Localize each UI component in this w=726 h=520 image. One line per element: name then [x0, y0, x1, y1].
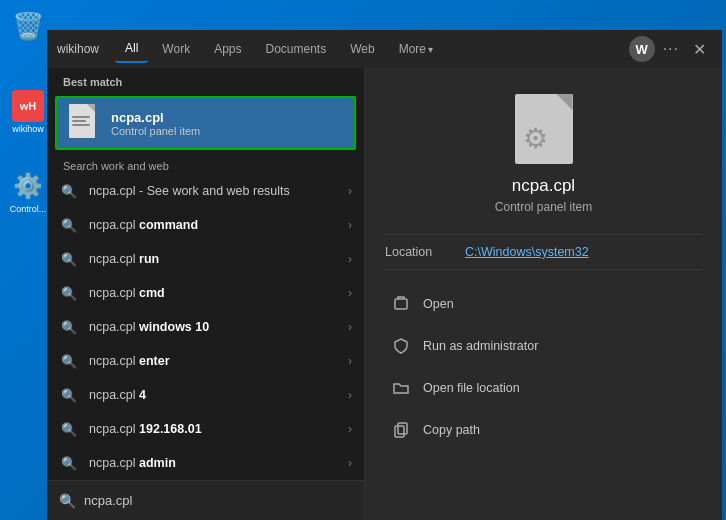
- tab-all[interactable]: All: [115, 35, 148, 63]
- left-panel: Best match ncpa.cpl: [47, 68, 365, 520]
- svg-rect-0: [395, 299, 407, 309]
- chevron-right-icon: ›: [348, 422, 352, 436]
- tab-documents[interactable]: Documents: [256, 36, 337, 62]
- suggestion-text: ncpa.cpl 4: [89, 388, 348, 402]
- best-match-name: ncpa.cpl: [111, 110, 200, 125]
- location-row: Location C:\Windows\system32: [385, 234, 702, 270]
- nav-actions: W ··· ✕: [629, 36, 712, 62]
- detail-type: Control panel item: [495, 200, 592, 214]
- desktop-icon-recycle[interactable]: 🗑️: [4, 10, 52, 44]
- list-item[interactable]: 🔍 ncpa.cpl command ›: [47, 208, 364, 242]
- suggestion-text: ncpa.cpl - See work and web results: [89, 184, 348, 198]
- more-options-button[interactable]: ···: [663, 40, 679, 58]
- list-item[interactable]: 🔍 ncpa.cpl enter ›: [47, 344, 364, 378]
- list-item[interactable]: 🔍 ncpa.cpl admin ›: [47, 446, 364, 480]
- copy-icon: [389, 418, 413, 442]
- close-button[interactable]: ✕: [687, 38, 712, 61]
- svg-rect-1: [398, 423, 407, 434]
- suggestion-text: ncpa.cpl command: [89, 218, 348, 232]
- search-icon: 🔍: [59, 419, 79, 439]
- shield-icon: [389, 334, 413, 358]
- best-match-info: ncpa.cpl Control panel item: [111, 110, 200, 137]
- search-bar-icon: 🔍: [59, 493, 76, 509]
- list-item[interactable]: 🔍 ncpa.cpl 4 ›: [47, 378, 364, 412]
- folder-icon: [389, 376, 413, 400]
- tab-more[interactable]: More▾: [389, 36, 443, 62]
- desktop-icon-control-panel[interactable]: ⚙️ Control...: [4, 170, 52, 214]
- chevron-right-icon: ›: [348, 286, 352, 300]
- search-icon: 🔍: [59, 453, 79, 473]
- open-icon: [389, 292, 413, 316]
- suggestion-text: ncpa.cpl enter: [89, 354, 348, 368]
- search-section-label: Search work and web: [47, 154, 364, 174]
- list-item[interactable]: 🔍 ncpa.cpl cmd ›: [47, 276, 364, 310]
- user-avatar-button[interactable]: W: [629, 36, 655, 62]
- nav-title: wikihow: [57, 42, 99, 56]
- chevron-right-icon: ›: [348, 354, 352, 368]
- action-copy-path-label: Copy path: [423, 423, 480, 437]
- chevron-right-icon: ›: [348, 218, 352, 232]
- search-icon: 🔍: [59, 181, 79, 201]
- desktop: 🗑️ wH wikihow ⚙️ Control... wikihow All …: [0, 0, 726, 520]
- search-icon: 🔍: [59, 249, 79, 269]
- list-item[interactable]: 🔍 ncpa.cpl windows 10 ›: [47, 310, 364, 344]
- action-open[interactable]: Open: [385, 284, 702, 324]
- best-match-item[interactable]: ncpa.cpl Control panel item: [55, 96, 356, 150]
- tab-work[interactable]: Work: [152, 36, 200, 62]
- chevron-right-icon: ›: [348, 388, 352, 402]
- tab-apps[interactable]: Apps: [204, 36, 251, 62]
- action-run-as-admin[interactable]: Run as administrator: [385, 326, 702, 366]
- list-item[interactable]: 🔍 ncpa.cpl - See work and web results ›: [47, 174, 364, 208]
- chevron-right-icon: ›: [348, 320, 352, 334]
- suggestion-text: ncpa.cpl windows 10: [89, 320, 348, 334]
- location-link[interactable]: C:\Windows\system32: [465, 245, 589, 259]
- search-bar: 🔍: [47, 480, 364, 520]
- action-open-file-location-label: Open file location: [423, 381, 520, 395]
- main-content: Best match ncpa.cpl: [47, 68, 722, 520]
- suggestion-text: ncpa.cpl admin: [89, 456, 348, 470]
- nav-bar: wikihow All Work Apps Documents Web More…: [47, 30, 722, 68]
- search-icon: 🔍: [59, 385, 79, 405]
- best-match-label: Best match: [47, 68, 364, 92]
- right-panel: ⚙ ncpa.cpl Control panel item Location C…: [365, 68, 722, 520]
- list-item[interactable]: 🔍 ncpa.cpl run ›: [47, 242, 364, 276]
- action-copy-path[interactable]: Copy path: [385, 410, 702, 450]
- search-icon: 🔍: [59, 215, 79, 235]
- search-input[interactable]: [84, 493, 352, 508]
- suggestion-text: ncpa.cpl run: [89, 252, 348, 266]
- suggestion-text: ncpa.cpl cmd: [89, 286, 348, 300]
- chevron-right-icon: ›: [348, 456, 352, 470]
- location-label: Location: [385, 245, 465, 259]
- action-list: Open Run as administrator Open file loca…: [385, 284, 702, 450]
- search-icon: 🔍: [59, 317, 79, 337]
- suggestion-text: ncpa.cpl 192.168.01: [89, 422, 348, 436]
- svg-rect-2: [395, 426, 404, 437]
- desktop-icon-wikihow[interactable]: wH wikihow: [4, 90, 52, 134]
- search-icon: 🔍: [59, 283, 79, 303]
- detail-file-icon: ⚙: [508, 92, 580, 164]
- search-icon: 🔍: [59, 351, 79, 371]
- action-open-label: Open: [423, 297, 454, 311]
- start-menu: wikihow All Work Apps Documents Web More…: [47, 30, 722, 520]
- action-run-as-admin-label: Run as administrator: [423, 339, 538, 353]
- action-open-file-location[interactable]: Open file location: [385, 368, 702, 408]
- file-icon: [69, 104, 101, 142]
- tab-web[interactable]: Web: [340, 36, 384, 62]
- chevron-right-icon: ›: [348, 252, 352, 266]
- best-match-type: Control panel item: [111, 125, 200, 137]
- detail-name: ncpa.cpl: [512, 176, 575, 196]
- chevron-right-icon: ›: [348, 184, 352, 198]
- gear-icon: ⚙: [523, 122, 548, 155]
- list-item[interactable]: 🔍 ncpa.cpl 192.168.01 ›: [47, 412, 364, 446]
